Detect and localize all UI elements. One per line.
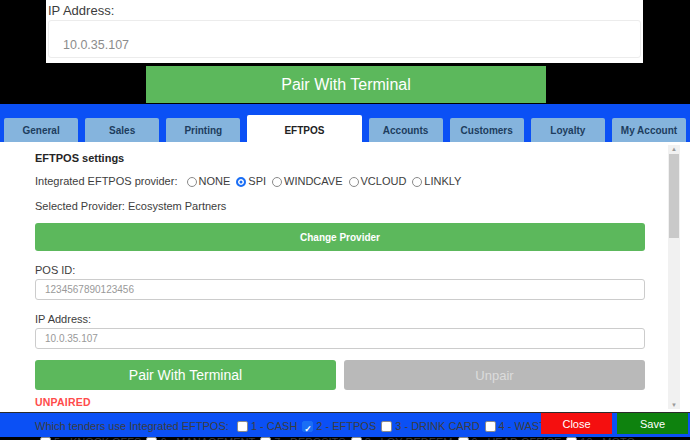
tender-option-9-head-office[interactable]: 9 - HEAD OFFICE <box>458 436 562 440</box>
tab-bar: GeneralSalesPrintingEFTPOSAccountsCustom… <box>0 104 690 142</box>
pos-id-input[interactable] <box>35 279 645 300</box>
pair-status-text: UNPAIRED <box>35 396 645 408</box>
provider-option-label: VCLOUD <box>361 175 407 187</box>
provider-label: Integrated EFTPOS provider: <box>35 175 177 187</box>
save-button[interactable]: Save <box>617 413 688 434</box>
tender-option-6-management[interactable]: 6 - MANAGEMENT <box>146 436 255 440</box>
tab-my-account[interactable]: My Account <box>612 118 686 142</box>
scrollbar-thumb[interactable] <box>669 154 679 238</box>
ip-address-overlay: IP Address: <box>46 0 643 63</box>
scroll-up-icon[interactable]: ▲ <box>668 145 680 153</box>
scrollbar[interactable]: ▲ ▼ <box>668 145 680 409</box>
tender-option-label: 9 - HEAD OFFICE <box>472 436 562 440</box>
provider-option-label: LINKLY <box>424 175 461 187</box>
radio-checked-icon[interactable] <box>236 177 246 187</box>
tender-option-label: 5 - KNOCK OFFS <box>54 436 141 440</box>
ip-address-overlay-input[interactable] <box>48 20 641 58</box>
radio-unchecked-icon[interactable] <box>412 177 422 187</box>
tender-option-10-moto[interactable]: 10 - MOTO <box>566 436 635 440</box>
settings-dialog: GeneralSalesPrintingEFTPOSAccountsCustom… <box>0 104 690 437</box>
section-title: EFTPOS settings <box>35 152 645 164</box>
change-provider-button[interactable]: Change Provider <box>35 223 645 251</box>
tab-eftpos[interactable]: EFTPOS <box>247 115 361 146</box>
selected-provider-text: Selected Provider: Ecosystem Partners <box>35 199 645 214</box>
tender-option-2-eftpos[interactable]: 2 - EFTPOS <box>302 420 376 432</box>
provider-row: Integrated EFTPOS provider: NONESPIWINDC… <box>35 174 645 189</box>
provider-options: NONESPIWINDCAVEVCLOUDLINKLY <box>181 175 462 187</box>
checkbox-unchecked-icon[interactable] <box>485 421 496 432</box>
checkbox-unchecked-icon[interactable] <box>237 421 248 432</box>
close-button[interactable]: Close <box>541 413 612 434</box>
pair-button-row: Pair With Terminal Unpair <box>35 360 645 390</box>
radio-unchecked-icon[interactable] <box>349 177 359 187</box>
checkbox-checked-icon[interactable] <box>302 421 313 432</box>
tab-general[interactable]: General <box>4 118 78 142</box>
tender-option-label: 6 - MANAGEMENT <box>160 436 255 440</box>
tender-option-1-cash[interactable]: 1 - CASH <box>237 420 297 432</box>
tenders-label: Which tenders use Integrated EFTPOS: <box>35 420 229 432</box>
tender-option-7-deposits[interactable]: 7 - DEPOSITS <box>260 436 346 440</box>
tender-option-label: 1 - CASH <box>251 420 297 432</box>
tender-option-3-drink-card[interactable]: 3 - DRINK CARD <box>381 420 479 432</box>
ip-address-input[interactable] <box>35 328 645 349</box>
pair-with-terminal-overlay-button[interactable]: Pair With Terminal <box>146 66 546 103</box>
tab-loyalty[interactable]: Loyalty <box>531 118 605 142</box>
tab-accounts[interactable]: Accounts <box>369 118 443 142</box>
ip-address-overlay-label: IP Address: <box>46 0 643 20</box>
pair-with-terminal-button[interactable]: Pair With Terminal <box>35 360 336 390</box>
radio-unchecked-icon[interactable] <box>272 177 282 187</box>
unpair-button[interactable]: Unpair <box>344 360 645 390</box>
provider-option-label: NONE <box>199 175 231 187</box>
pos-id-label: POS ID: <box>35 264 645 276</box>
provider-option-spi[interactable]: SPI <box>236 175 266 187</box>
radio-unchecked-icon[interactable] <box>187 177 197 187</box>
checkbox-unchecked-icon[interactable] <box>381 421 392 432</box>
tender-option-label: 8 - LOY REDEEM <box>365 436 453 440</box>
tender-option-label: 3 - DRINK CARD <box>395 420 479 432</box>
provider-option-label: SPI <box>248 175 266 187</box>
tab-printing[interactable]: Printing <box>166 118 240 142</box>
tab-customers[interactable]: Customers <box>450 118 524 142</box>
ip-address-label: IP Address: <box>35 313 645 325</box>
provider-option-windcave[interactable]: WINDCAVE <box>272 175 342 187</box>
provider-option-linkly[interactable]: LINKLY <box>412 175 461 187</box>
provider-option-vcloud[interactable]: VCLOUD <box>349 175 407 187</box>
eftpos-settings-panel: EFTPOS settings Integrated EFTPOS provid… <box>0 142 690 413</box>
tender-option-5-knock-offs[interactable]: 5 - KNOCK OFFS <box>40 436 141 440</box>
tender-option-label: 10 - MOTO <box>580 436 635 440</box>
tender-option-label: 2 - EFTPOS <box>316 420 376 432</box>
provider-option-label: WINDCAVE <box>284 175 342 187</box>
tab-sales[interactable]: Sales <box>85 118 159 142</box>
tender-option-8-loy-redeem[interactable]: 8 - LOY REDEEM <box>351 436 453 440</box>
eftpos-settings-screen: { "overlay": { "ip_label": "IP Address:"… <box>0 0 690 440</box>
scroll-down-icon[interactable]: ▼ <box>668 401 680 409</box>
provider-option-none[interactable]: NONE <box>187 175 231 187</box>
